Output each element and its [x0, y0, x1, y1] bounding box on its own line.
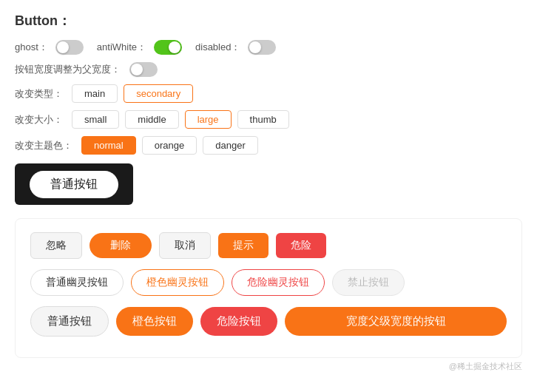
type-main-btn[interactable]: main	[72, 84, 118, 103]
demo-ghost-orange-btn[interactable]: 橙色幽灵按钮	[131, 269, 224, 296]
size-middle-btn[interactable]: middle	[125, 110, 178, 129]
demo-disabled-btn: 禁止按钮	[332, 269, 405, 296]
width-toggle-row: 按钮宽度调整为父宽度：	[15, 62, 522, 77]
preview-box: 普通按钮	[15, 163, 133, 205]
toggle-row-main: ghost： antiWhite： disabled：	[15, 40, 522, 55]
antiwhite-toggle-wrap: antiWhite：	[97, 40, 182, 55]
size-large-btn[interactable]: large	[185, 110, 232, 129]
type-row: 改变类型： main secondary	[15, 84, 522, 103]
theme-danger-btn[interactable]: danger	[203, 136, 257, 155]
width-label: 按钮宽度调整为父宽度：	[15, 63, 121, 76]
demo-danger-btn[interactable]: 危险	[276, 233, 326, 258]
demo-row-2: 普通幽灵按钮 橙色幽灵按钮 危险幽灵按钮 禁止按钮	[30, 269, 507, 296]
ghost-toggle[interactable]	[55, 40, 84, 55]
demo-normal-large-btn[interactable]: 普通按钮	[30, 306, 109, 337]
type-secondary-btn[interactable]: secondary	[124, 84, 193, 103]
demo-full-width-btn[interactable]: 宽度父级宽度的按钮	[285, 307, 507, 336]
theme-label: 改变主题色：	[15, 139, 72, 152]
antiwhite-label: antiWhite：	[97, 41, 146, 54]
size-small-btn[interactable]: small	[72, 110, 119, 129]
type-label: 改变类型：	[15, 87, 63, 101]
disabled-toggle-wrap: disabled：	[195, 40, 276, 55]
size-thumb-btn[interactable]: thumb	[237, 110, 289, 129]
ghost-toggle-wrap: ghost：	[15, 40, 84, 55]
disabled-toggle-knob	[249, 41, 261, 53]
disabled-toggle[interactable]	[248, 40, 276, 55]
demo-ignore-btn[interactable]: 忽略	[30, 232, 82, 259]
demo-area: 忽略 删除 取消 提示 危险 普通幽灵按钮 橙色幽灵按钮 危险幽灵按钮 禁止按钮…	[15, 218, 522, 358]
preview-button[interactable]: 普通按钮	[30, 171, 118, 198]
disabled-label: disabled：	[195, 41, 240, 54]
demo-danger-large-btn[interactable]: 危险按钮	[200, 307, 277, 336]
antiwhite-toggle[interactable]	[154, 40, 182, 55]
demo-ghost-danger-btn[interactable]: 危险幽灵按钮	[232, 269, 325, 296]
size-row: 改变大小： small middle large thumb	[15, 110, 522, 129]
demo-row-1: 忽略 删除 取消 提示 危险	[30, 232, 507, 259]
antiwhite-toggle-knob	[169, 41, 180, 53]
width-toggle[interactable]	[129, 62, 158, 77]
size-label: 改变大小：	[15, 113, 63, 126]
theme-normal-btn[interactable]: normal	[81, 136, 136, 155]
theme-orange-btn[interactable]: orange	[142, 136, 197, 155]
demo-row-3: 普通按钮 橙色按钮 危险按钮 宽度父级宽度的按钮	[30, 306, 507, 337]
width-toggle-knob	[131, 64, 143, 75]
demo-orange-large-btn[interactable]: 橙色按钮	[116, 307, 193, 336]
demo-delete-btn[interactable]: 删除	[90, 233, 152, 258]
watermark: @稀土掘金技术社区	[15, 361, 522, 372]
ghost-label: ghost：	[15, 41, 48, 54]
demo-ghost-normal-btn[interactable]: 普通幽灵按钮	[30, 269, 124, 296]
demo-cancel-btn[interactable]: 取消	[159, 232, 211, 259]
theme-row: 改变主题色： normal orange danger	[15, 136, 522, 155]
ghost-toggle-knob	[57, 41, 69, 53]
section-title: Button：	[15, 12, 522, 30]
demo-warning-btn[interactable]: 提示	[218, 233, 268, 258]
